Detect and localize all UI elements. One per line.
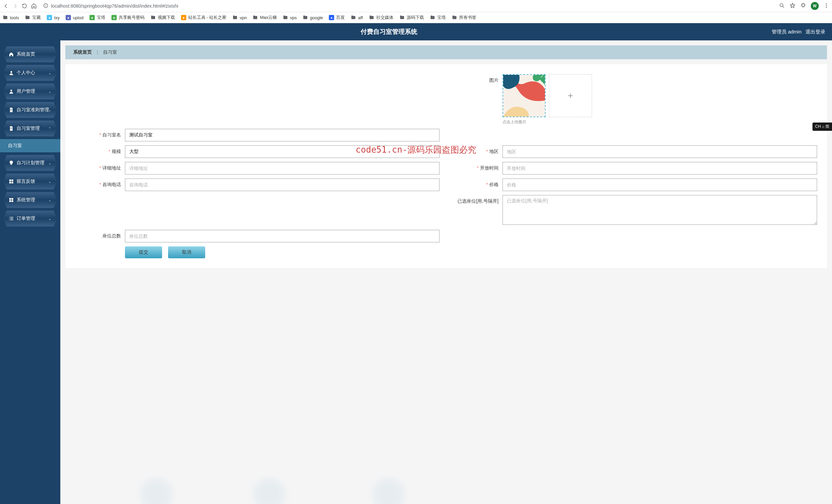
- sidebar-item-label: 个人中心: [17, 70, 35, 76]
- breadcrumb-current: 自习室: [103, 49, 117, 55]
- total-seats-input[interactable]: [125, 230, 440, 243]
- forward-button[interactable]: [12, 3, 19, 9]
- home-button[interactable]: [30, 3, 37, 9]
- breadcrumb-home[interactable]: 系统首页: [73, 49, 92, 55]
- svg-point-1: [780, 4, 783, 7]
- bookmark-item[interactable]: aff: [351, 15, 363, 20]
- svg-rect-7: [10, 165, 12, 165]
- svg-point-2: [826, 3, 827, 4]
- svg-rect-12: [9, 198, 11, 200]
- app-title: 付费自习室管理系统: [7, 27, 772, 36]
- sidebar-item[interactable]: 订单管理⌄: [3, 211, 57, 226]
- sidebar-item[interactable]: 自习计划管理⌄: [3, 155, 57, 171]
- room-name-input[interactable]: [125, 129, 440, 141]
- region-input[interactable]: [502, 145, 817, 158]
- bookmark-item[interactable]: 视频下载: [151, 15, 175, 21]
- svg-point-3: [826, 5, 827, 6]
- admin-label[interactable]: 管理员 admin: [772, 29, 802, 35]
- svg-point-4: [826, 7, 827, 8]
- bookmark-item[interactable]: 所有书签: [452, 15, 476, 21]
- sidebar-item-label: 自习室准则管理: [17, 107, 49, 113]
- price-input[interactable]: [502, 178, 817, 191]
- address-input[interactable]: [125, 162, 440, 174]
- sidebar-item-label: 用户管理: [17, 88, 35, 94]
- bookmark-item[interactable]: vps: [283, 15, 297, 20]
- menu-icon[interactable]: [823, 3, 829, 9]
- url-text[interactable]: localhost:8080/springboot4qp76/admin/dis…: [51, 3, 178, 9]
- sidebar-item[interactable]: 自习室管理⌃: [3, 120, 57, 136]
- image-label: 图片: [453, 74, 502, 86]
- sidebar-item[interactable]: 系统管理⌄: [3, 192, 57, 208]
- bookmark-item[interactable]: ●共享账号密码: [111, 15, 145, 21]
- svg-rect-8: [9, 179, 11, 181]
- sidebar-sub-item[interactable]: 自习室: [0, 139, 60, 152]
- bookmark-item[interactable]: Max云梯: [253, 15, 277, 21]
- svg-rect-15: [11, 200, 13, 202]
- sidebar-item-label: 系统管理: [17, 197, 35, 203]
- bookmark-item[interactable]: 宝藏: [25, 15, 41, 21]
- cancel-button[interactable]: 取消: [168, 246, 205, 258]
- user-icon: [9, 70, 14, 76]
- bookmark-item[interactable]: tools: [3, 15, 19, 20]
- svg-rect-9: [11, 179, 13, 181]
- app-header: 付费自习室管理系统 管理员 admin 退出登录: [0, 23, 832, 40]
- back-button[interactable]: [3, 3, 9, 9]
- sidebar-item-label: 自习室管理: [17, 125, 40, 132]
- bookmark-bar: tools宝藏●txy●uplod●宝塔●共享账号密码视频下载●站长工具 - 站…: [0, 12, 832, 23]
- sidebar-item-label: 订单管理: [17, 216, 35, 222]
- bookmark-item[interactable]: google: [303, 15, 323, 20]
- browser-toolbar: localhost:8080/springboot4qp76/admin/dis…: [0, 0, 832, 12]
- bookmark-item[interactable]: ●宝塔: [89, 15, 105, 21]
- grid-icon: [9, 197, 14, 203]
- search-icon[interactable]: [779, 3, 785, 9]
- sidebar-item[interactable]: 留言反馈⌄: [3, 173, 57, 189]
- bookmark-item[interactable]: ●txy: [47, 15, 60, 20]
- svg-point-0: [44, 4, 48, 8]
- phone-input[interactable]: [125, 178, 440, 191]
- selected-seats-textarea[interactable]: [502, 195, 817, 225]
- extensions-icon[interactable]: [800, 3, 806, 9]
- bookmark-item[interactable]: vpn: [232, 15, 246, 20]
- star-icon[interactable]: [789, 3, 796, 9]
- sidebar-item[interactable]: 用户管理⌄: [3, 83, 57, 99]
- sidebar-item-label: 自习计划管理: [17, 160, 45, 166]
- svg-point-5: [10, 71, 12, 73]
- breadcrumb: 系统首页 ⋮ 自习室: [65, 45, 827, 59]
- bookmark-item[interactable]: 社交媒体: [369, 15, 393, 21]
- open-time-input[interactable]: [502, 162, 817, 174]
- svg-rect-11: [11, 182, 13, 184]
- uploaded-image-thumb[interactable]: [502, 74, 546, 117]
- sidebar-item-label: 系统首页: [17, 51, 35, 57]
- site-info-icon[interactable]: [43, 3, 48, 9]
- user-icon: [9, 89, 14, 94]
- doc-icon: [9, 126, 14, 131]
- doc-icon: [9, 107, 14, 113]
- ime-badge: CH ⌕ 简: [812, 122, 832, 131]
- reload-button[interactable]: [21, 3, 28, 9]
- bulb-icon: [9, 160, 14, 166]
- main-content: 系统首页 ⋮ 自习室 图片: [60, 40, 832, 504]
- add-image-button[interactable]: +: [549, 74, 592, 117]
- bookmark-item[interactable]: 宝塔: [430, 15, 446, 21]
- sidebar: 系统首页个人中心⌄用户管理⌄自习室准则管理⌄自习室管理⌃自习室自习计划管理⌄留言…: [0, 40, 60, 504]
- scale-input[interactable]: [125, 145, 440, 158]
- bookmark-item[interactable]: ●uplod: [66, 15, 83, 20]
- grid-icon: [9, 179, 14, 184]
- sidebar-item[interactable]: 自习室准则管理⌄: [3, 102, 57, 118]
- image-hint: 点击上传图片: [502, 119, 817, 125]
- sidebar-item[interactable]: 个人中心⌄: [3, 65, 57, 81]
- svg-rect-10: [9, 182, 11, 184]
- svg-rect-13: [11, 198, 13, 200]
- list-icon: [9, 216, 14, 221]
- bookmark-item[interactable]: ●站长工具 - 站长之家: [181, 15, 227, 21]
- svg-rect-14: [9, 200, 11, 202]
- sidebar-item[interactable]: 系统首页: [3, 46, 57, 62]
- home-icon: [9, 52, 14, 57]
- form-card: 图片 + 点击上传图片: [65, 64, 827, 268]
- submit-button[interactable]: 提交: [125, 246, 162, 258]
- svg-point-6: [10, 90, 12, 91]
- profile-avatar[interactable]: W: [811, 2, 819, 10]
- bookmark-item[interactable]: 源码下载: [399, 15, 424, 21]
- bookmark-item[interactable]: ●百度: [329, 15, 345, 21]
- logout-link[interactable]: 退出登录: [805, 29, 825, 35]
